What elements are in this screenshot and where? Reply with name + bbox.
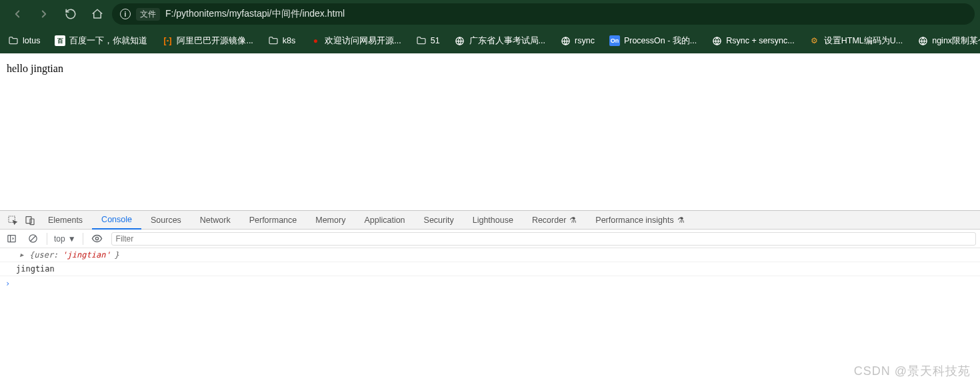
bookmark-label: k8s [283, 36, 295, 45]
bookmark-lotus[interactable]: lotus [8, 35, 40, 46]
bookmark-label: 广东省人事考试局... [469, 35, 545, 47]
devtools-tabs: Elements Console Sources Network Perform… [0, 211, 980, 230]
tab-application[interactable]: Application [355, 211, 414, 230]
url-scheme-chip: 文件 [136, 8, 160, 21]
bookmark-label: 51 [431, 36, 440, 45]
svg-rect-7 [7, 236, 15, 242]
bookmark-label: 设置HTML编码为U... [824, 35, 903, 47]
tab-recorder[interactable]: Recorder⚗ [523, 211, 586, 230]
bookmark-label: Rsync + sersync... [726, 36, 794, 45]
bookmark-51[interactable]: 51 [416, 35, 440, 46]
site-info-icon[interactable]: i [120, 9, 131, 19]
bookmark-rsync-sersync[interactable]: Rsync + sersync... [711, 35, 794, 46]
globe-icon [917, 35, 928, 46]
svg-line-10 [30, 236, 35, 242]
netease-icon: ● [310, 35, 321, 46]
expand-triangle-icon[interactable]: ▶ [20, 252, 23, 258]
bookmark-label: 百度一下，你就知道 [69, 35, 147, 47]
clear-console-icon[interactable] [25, 232, 40, 246]
processon-icon: On [609, 35, 620, 46]
bookmark-label: ProcessOn - 我的... [624, 35, 697, 47]
tab-sources[interactable]: Sources [141, 211, 191, 230]
tab-performance[interactable]: Performance [240, 211, 307, 230]
page-text: hello jingtian [7, 63, 63, 74]
filter-input[interactable] [111, 232, 976, 246]
flask-icon: ⚗ [677, 216, 685, 225]
console-output: ▶ {user: 'jingtian'} jingtian › [0, 248, 980, 383]
globe-icon [711, 35, 722, 46]
console-line-object[interactable]: ▶ {user: 'jingtian'} [0, 248, 980, 262]
bookmark-label: nginx限制某个IP同... [932, 35, 980, 47]
sidebar-toggle-icon[interactable] [4, 232, 19, 246]
bookmark-processon[interactable]: On ProcessOn - 我的... [609, 35, 697, 47]
tab-network[interactable]: Network [191, 211, 240, 230]
back-button[interactable] [5, 3, 29, 25]
folder-icon [416, 35, 427, 46]
globe-icon [455, 35, 465, 46]
tab-console[interactable]: Console [92, 211, 141, 230]
address-bar[interactable]: i 文件 F:/pythonitems/myfastapi/中间件/index.… [112, 3, 975, 25]
browser-chrome: i 文件 F:/pythonitems/myfastapi/中间件/index.… [0, 0, 980, 53]
context-label: top [54, 234, 65, 244]
folder-icon [8, 35, 19, 46]
separator [83, 233, 83, 245]
bookmark-netease[interactable]: ● 欢迎访问网易开源... [310, 35, 401, 47]
bookmark-gd-exam[interactable]: 广东省人事考试局... [455, 35, 545, 47]
bookmarks-bar: lotus 百 百度一下，你就知道 [-] 阿里巴巴开源镜像... k8s ● … [0, 28, 980, 53]
page-viewport: hello jingtian [0, 53, 980, 210]
tab-memory[interactable]: Memory [306, 211, 355, 230]
aliyun-icon: [-] [162, 35, 173, 46]
tab-security[interactable]: Security [415, 211, 463, 230]
devtools-panel: Elements Console Sources Network Perform… [0, 210, 980, 383]
bookmark-rsync[interactable]: rsync [560, 35, 595, 46]
bookmark-label: lotus [23, 36, 40, 45]
bookmark-k8s[interactable]: k8s [268, 35, 295, 46]
chevron-down-icon: ▼ [68, 234, 76, 244]
globe-icon [560, 35, 571, 46]
bookmark-label: 欢迎访问网易开源... [325, 35, 401, 47]
baidu-icon: 百 [55, 35, 65, 46]
console-line-text: jingtian [0, 262, 980, 276]
live-expression-icon[interactable] [90, 232, 105, 246]
svg-rect-5 [26, 216, 31, 223]
console-prompt[interactable]: › [0, 276, 980, 291]
svg-rect-6 [30, 219, 34, 225]
context-selector[interactable]: top ▼ [54, 234, 76, 244]
device-toggle-icon[interactable] [21, 212, 39, 229]
tab-lighthouse[interactable]: Lighthouse [463, 211, 523, 230]
console-text: jingtian [16, 264, 55, 274]
reload-button[interactable] [59, 3, 83, 25]
flask-icon: ⚗ [569, 216, 577, 225]
console-object-suffix: } [115, 250, 119, 260]
bookmark-label: rsync [575, 36, 595, 45]
address-row: i 文件 F:/pythonitems/myfastapi/中间件/index.… [0, 0, 980, 28]
gear-icon: ⚙ [809, 35, 820, 46]
bookmark-nginx-limit[interactable]: nginx限制某个IP同... [917, 35, 980, 47]
separator [47, 233, 47, 245]
forward-button[interactable] [32, 3, 56, 25]
console-object-value: 'jingtian' [62, 250, 110, 260]
prompt-caret-icon: › [5, 279, 10, 288]
tab-performance-insights[interactable]: Performance insights⚗ [586, 211, 693, 230]
tab-elements[interactable]: Elements [39, 211, 92, 230]
bookmark-baidu[interactable]: 百 百度一下，你就知道 [55, 35, 147, 47]
svg-point-11 [95, 237, 98, 240]
bookmark-label: 阿里巴巴开源镜像... [177, 35, 253, 47]
folder-icon [268, 35, 279, 46]
console-toolbar: top ▼ [0, 230, 980, 248]
bookmark-html-encoding[interactable]: ⚙ 设置HTML编码为U... [809, 35, 903, 47]
bookmark-aliyun[interactable]: [-] 阿里巴巴开源镜像... [162, 35, 253, 47]
console-object-prefix: {user: [29, 250, 58, 260]
inspect-element-icon[interactable] [4, 212, 21, 229]
url-text: F:/pythonitems/myfastapi/中间件/index.html [165, 8, 345, 20]
home-button[interactable] [85, 3, 109, 25]
